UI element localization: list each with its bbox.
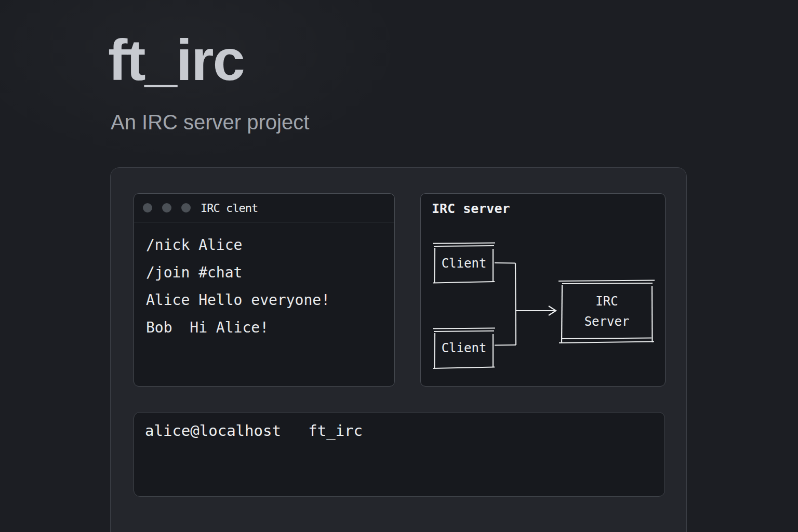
chat-log: /nick Alice /join #chat Alice Hello ever… <box>134 222 394 341</box>
irc-architecture-diagram: Client Client IRC Server <box>421 194 666 387</box>
page-title: ft_irc <box>108 31 244 89</box>
main-card: IRC clent /nick Alice /join #chat Alice … <box>110 167 687 532</box>
window-title: IRC clent <box>201 202 258 215</box>
window-control-dot-2 <box>162 203 171 212</box>
irc-client-titlebar: IRC clent <box>134 194 394 222</box>
chat-line: /join #chat <box>146 259 394 286</box>
client-bottom-label: Client <box>442 341 487 355</box>
irc-server-panel: IRC server Client Client <box>420 193 666 387</box>
status-bar: alice@localhost ft_irc <box>134 412 665 497</box>
client-top-box: Client <box>433 243 495 283</box>
irc-client-window: IRC clent /nick Alice /join #chat Alice … <box>134 193 395 387</box>
window-control-dot-1 <box>143 203 152 212</box>
chat-line: /nick Alice <box>146 231 394 259</box>
status-text: alice@localhost ft_irc <box>145 422 363 440</box>
irc-server-label-line1: IRC <box>595 294 618 309</box>
chat-line: Alice Hello everyone! <box>146 286 394 314</box>
window-control-dot-3 <box>181 203 191 212</box>
client-top-label: Client <box>442 256 487 271</box>
connector-lines <box>495 263 556 345</box>
chat-line: Bob Hi Alice! <box>146 314 394 341</box>
page-subtitle: An IRC server project <box>111 111 309 134</box>
client-bottom-box: Client <box>433 328 495 369</box>
irc-server-box: IRC Server <box>558 281 655 344</box>
irc-server-label-line2: Server <box>584 314 630 329</box>
